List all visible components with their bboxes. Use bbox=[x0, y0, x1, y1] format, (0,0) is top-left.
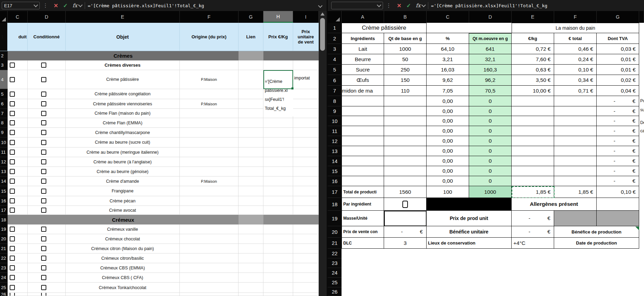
brand-cell[interactable]: La maison du pain bbox=[512, 23, 639, 33]
row-header[interactable]: 1 bbox=[0, 23, 8, 51]
cell-eur-kg[interactable]: 0,72 € bbox=[512, 44, 554, 54]
row-header[interactable]: 5 bbox=[328, 65, 342, 75]
checkbox[interactable] bbox=[10, 77, 15, 82]
row-header[interactable]: 23 bbox=[0, 263, 8, 273]
cell-lien[interactable] bbox=[239, 293, 263, 296]
cell-objet[interactable]: Crémeux CBS (EMMA) bbox=[66, 263, 180, 273]
cell-lien[interactable] bbox=[239, 176, 263, 186]
cell-conditionne[interactable] bbox=[28, 225, 66, 234]
cell-lien[interactable] bbox=[239, 70, 263, 89]
cell-prix-unitaire[interactable] bbox=[293, 254, 319, 263]
left-formula-input[interactable]: ='[Crème pâtissière.xlsx]Feuil1'!Total_€… bbox=[88, 3, 317, 8]
cell-qt-moeuvre[interactable]: 32,1 bbox=[469, 54, 512, 65]
cell-prix-kg[interactable] bbox=[263, 147, 293, 157]
row-header[interactable]: 20 bbox=[0, 234, 8, 244]
cell-prix-kg[interactable] bbox=[263, 234, 293, 244]
cell-eur-total[interactable] bbox=[554, 176, 597, 186]
checkbox[interactable] bbox=[10, 140, 15, 145]
checkbox[interactable] bbox=[10, 189, 15, 194]
cell-qt-base[interactable]: 250 bbox=[384, 65, 427, 75]
cell-conditionne[interactable] bbox=[28, 128, 66, 137]
cell-origine[interactable]: P.Maison bbox=[180, 70, 239, 89]
cell-conditionne[interactable] bbox=[28, 244, 66, 254]
row-header[interactable]: 11 bbox=[0, 147, 8, 157]
checkbox[interactable] bbox=[10, 120, 15, 125]
header-conditionne[interactable]: Conditionné bbox=[28, 23, 66, 51]
cell-tva[interactable]: - € bbox=[597, 146, 639, 156]
cell-conditionne[interactable] bbox=[28, 206, 66, 215]
cell-qt-moeuvre[interactable]: 0 bbox=[469, 166, 512, 176]
row-header[interactable]: 16 bbox=[0, 196, 8, 206]
cell-produit[interactable] bbox=[8, 186, 28, 196]
cell-eur-kg[interactable] bbox=[512, 106, 554, 116]
blank-area[interactable] bbox=[342, 268, 644, 278]
section-band[interactable] bbox=[293, 215, 319, 225]
cell-prix-unitaire[interactable] bbox=[293, 60, 319, 70]
header-ingredients[interactable]: Ingrédients bbox=[342, 33, 384, 44]
cell-qt-base[interactable] bbox=[384, 146, 427, 156]
cell-prix-unitaire[interactable] bbox=[293, 186, 319, 196]
cell-prix-kg[interactable] bbox=[263, 293, 293, 296]
cell-produit[interactable] bbox=[8, 273, 28, 283]
row-header[interactable]: 8 bbox=[0, 118, 8, 128]
row-header[interactable]: 2 bbox=[0, 51, 8, 60]
cell-lien[interactable] bbox=[239, 128, 263, 137]
cell-prix-unitaire[interactable] bbox=[293, 167, 319, 176]
cell-eur-total[interactable] bbox=[554, 96, 597, 106]
cell-pct[interactable]: 0,00 bbox=[427, 96, 469, 106]
checkbox[interactable] bbox=[41, 63, 46, 68]
checkbox[interactable] bbox=[10, 265, 15, 270]
prix-prod-unit-label[interactable]: Prix de prod unit bbox=[427, 211, 512, 226]
cell-prix-unitaire[interactable] bbox=[293, 196, 319, 206]
cell-objet[interactable]: Crémeux citron/basilic bbox=[66, 254, 180, 263]
allergenes-cell[interactable]: Allergènes présent bbox=[512, 198, 597, 211]
cell-produit[interactable] bbox=[8, 234, 28, 244]
cell-eur-kg[interactable]: 3,50 € bbox=[512, 75, 554, 86]
cell-eur-kg[interactable] bbox=[512, 176, 554, 186]
checkbox[interactable] bbox=[10, 227, 15, 232]
checkbox[interactable] bbox=[10, 256, 15, 261]
checkbox[interactable] bbox=[41, 275, 46, 280]
cell-pct[interactable]: 0,00 bbox=[427, 136, 469, 146]
cell-ingredient[interactable] bbox=[342, 136, 384, 146]
cell-objet[interactable]: Crème au beurre (sucre cuit) bbox=[66, 137, 180, 147]
cell-conditionne[interactable] bbox=[28, 137, 66, 147]
cell-qt-base[interactable]: 150 bbox=[384, 75, 427, 86]
cell-qt-base[interactable] bbox=[384, 136, 427, 146]
column-header-g[interactable]: G bbox=[597, 11, 639, 23]
cell-produit[interactable] bbox=[8, 263, 28, 273]
cell-qt-base[interactable] bbox=[384, 156, 427, 166]
cell-prix-unitaire[interactable] bbox=[293, 234, 319, 244]
cell-objet[interactable]: Crémeux vanille bbox=[66, 225, 180, 234]
left-name-box[interactable]: E17 bbox=[2, 2, 40, 9]
row-header[interactable]: 7 bbox=[0, 109, 8, 118]
cell-conditionne[interactable] bbox=[28, 293, 66, 296]
checkbox[interactable] bbox=[41, 120, 46, 125]
section-band[interactable]: Crémeux bbox=[8, 215, 239, 225]
header-pct[interactable]: % bbox=[427, 33, 469, 44]
recipe-title-cell[interactable]: Crème pâtissière bbox=[342, 23, 427, 33]
row-header[interactable]: 19 bbox=[0, 225, 8, 234]
cell-origine[interactable] bbox=[180, 186, 239, 196]
row-header[interactable]: 1 bbox=[328, 23, 342, 33]
cell-objet[interactable]: Crème au beurre (à l'anglaise) bbox=[66, 157, 180, 167]
cell-prix-kg[interactable] bbox=[263, 186, 293, 196]
row-header[interactable]: 8 bbox=[328, 96, 342, 106]
cell-prix-unitaire[interactable] bbox=[293, 109, 319, 118]
cell-tva[interactable]: - € bbox=[597, 116, 639, 126]
checkbox[interactable] bbox=[41, 236, 46, 241]
cell-produit[interactable] bbox=[8, 70, 28, 89]
cell-lien[interactable] bbox=[239, 99, 263, 109]
header-prix-kg[interactable]: Prix €/Kg bbox=[263, 23, 293, 51]
total-etot-cell[interactable]: 1,85 € bbox=[554, 186, 597, 198]
cell-origine[interactable]: P.Maison bbox=[180, 99, 239, 109]
cell-qt-base[interactable]: 1000 bbox=[384, 44, 427, 54]
cell-pct[interactable]: 0,00 bbox=[427, 176, 469, 186]
checkbox[interactable] bbox=[41, 111, 46, 116]
blank-area[interactable] bbox=[342, 258, 644, 268]
cell-prix-kg[interactable] bbox=[263, 206, 293, 215]
row-header[interactable]: 17 bbox=[0, 206, 8, 215]
cell-qt-base[interactable] bbox=[384, 116, 427, 126]
cell-produit[interactable] bbox=[8, 137, 28, 147]
row-header[interactable]: 11 bbox=[328, 126, 342, 136]
